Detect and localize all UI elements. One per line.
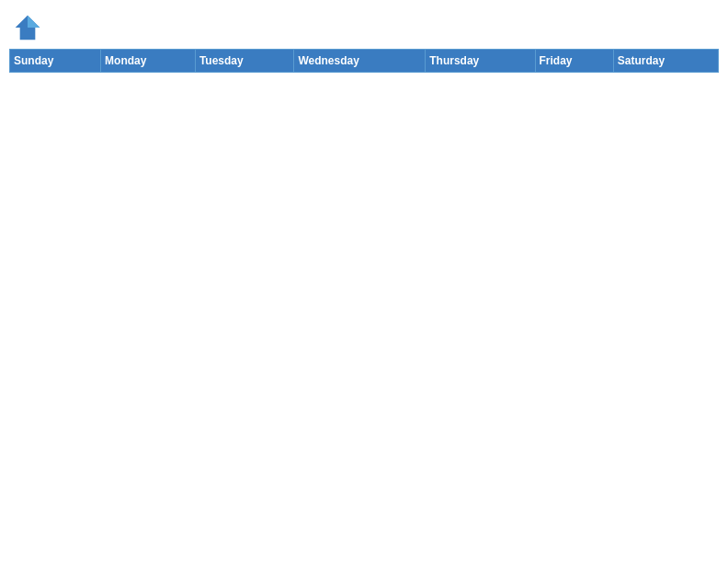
weekday-header-saturday: Saturday <box>613 50 718 73</box>
header <box>9 9 719 41</box>
calendar-header: SundayMondayTuesdayWednesdayThursdayFrid… <box>10 50 719 73</box>
weekday-header-sunday: Sunday <box>10 50 101 73</box>
weekday-header-thursday: Thursday <box>426 50 535 73</box>
weekday-header-friday: Friday <box>535 50 613 73</box>
logo-icon <box>14 14 41 41</box>
logo <box>14 14 44 41</box>
weekday-header-tuesday: Tuesday <box>195 50 294 73</box>
svg-marker-1 <box>28 16 40 28</box>
weekday-header-wednesday: Wednesday <box>294 50 426 73</box>
weekday-header-row: SundayMondayTuesdayWednesdayThursdayFrid… <box>10 50 719 73</box>
weekday-header-monday: Monday <box>101 50 196 73</box>
calendar-table: SundayMondayTuesdayWednesdayThursdayFrid… <box>9 49 719 73</box>
